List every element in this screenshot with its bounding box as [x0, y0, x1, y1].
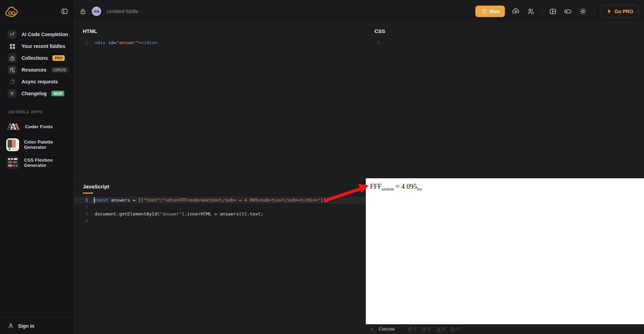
sidebar: AI Code Completion Your recent fiddles [0, 0, 74, 334]
console-label: Console [379, 327, 395, 332]
run-label: Run [490, 9, 499, 14]
layout-icon[interactable] [549, 8, 557, 15]
sidebar-item-async-requests[interactable]: Async requests [0, 76, 74, 88]
sidebar-item-changelog[interactable]: Changelog NEW [0, 88, 74, 99]
console-info-icon [450, 327, 455, 332]
topbar-actions: Run [475, 5, 638, 18]
console-error-icon [408, 327, 412, 332]
ai-code-icon [8, 30, 17, 39]
result-formula: FFFsexton = 4 095tio [370, 182, 644, 192]
console-log-icon [422, 327, 427, 332]
collections-bag-icon [8, 54, 17, 63]
sidebar-nav: AI Code Completion Your recent fiddles [0, 23, 74, 99]
line-number: 1 [74, 39, 88, 46]
sidebar-item-label: Collections [22, 55, 48, 61]
code-line[interactable]: 4 [74, 218, 365, 225]
sidebar-item-label: Your recent fiddles [22, 43, 65, 49]
resources-icon [8, 65, 17, 74]
html-editor[interactable]: 1 <div id="answer"></div> [74, 39, 365, 46]
css-panel-title: CSS [375, 28, 385, 34]
coder-fonts-icon: AAA [6, 122, 20, 131]
run-refresh-icon [481, 8, 487, 14]
code-line[interactable]: 1 [366, 39, 644, 46]
sidebar-item-collections[interactable]: Collections PRO [0, 52, 74, 64]
theme-sun-icon[interactable] [579, 7, 587, 15]
go-pro-label: Go PRO [614, 9, 633, 14]
run-button[interactable]: Run [475, 6, 505, 17]
app-item-css-flexbox-generator[interactable]: CSS Flexbox Generator [0, 154, 74, 172]
code-line[interactable]: 1 const answers = [{"text":"<div>FFF<sub… [74, 197, 365, 204]
fiddle-title-input[interactable] [107, 8, 211, 14]
topbar-divider [594, 7, 594, 16]
go-pro-button[interactable]: Go PRO [601, 5, 638, 18]
person-icon [8, 323, 14, 329]
sidebar-item-label: Changelog [22, 91, 47, 96]
console-log-count: 0 [422, 327, 431, 332]
html-panel: HTML 1 <div id="answer"></div> [74, 23, 366, 178]
code-line[interactable]: 1 <div id="answer"></div> [74, 39, 365, 46]
javascript-editor[interactable]: 1 const answers = [{"text":"<div>FFF<sub… [74, 197, 365, 225]
avatar[interactable]: AN [92, 7, 101, 16]
new-badge: NEW [51, 91, 64, 96]
result-panel: FFFsexton = 4 095tio >_ Console 0 [366, 178, 644, 334]
save-cloud-icon[interactable] [512, 7, 520, 15]
flexbox-icon [6, 156, 19, 169]
pro-badge: PRO [53, 55, 65, 61]
console-info-count: 0 [450, 327, 459, 332]
privacy-lock-icon[interactable] [80, 8, 86, 15]
console-prompt-icon: >_ [371, 327, 375, 332]
sidebar-item-label: Async requests [22, 79, 58, 84]
sidebar-item-label: AI Code Completion [22, 32, 68, 37]
spinner-icon [8, 77, 17, 86]
collaborate-users-icon[interactable] [527, 7, 535, 15]
line-number: 4 [74, 218, 88, 225]
code-line[interactable]: 3 document.getElementById("answer").inne… [74, 211, 365, 218]
sidebar-item-ai-code-completion[interactable]: AI Code Completion [0, 28, 74, 40]
console-bar[interactable]: >_ Console 0 0 [366, 324, 644, 334]
javascript-panel-title: JavaScript [83, 184, 109, 189]
console-error-count: 0 [408, 327, 417, 332]
javascript-panel: JavaScript 1 const answers = [{"text":"<… [74, 178, 366, 334]
console-warning-count: 0 [436, 327, 445, 332]
apps-section-label: JSFIDDLE APPS [8, 110, 74, 114]
code-line[interactable]: 2 [74, 204, 365, 211]
lightning-icon [606, 8, 612, 14]
app-item-coder-fonts[interactable]: AAA Coder Fonts [0, 117, 74, 136]
color-palette-icon [6, 138, 19, 151]
console-warning-icon [436, 327, 441, 332]
sign-in-button[interactable]: Sign in [0, 317, 74, 334]
app-item-label: CSS Flexbox Generator [24, 157, 69, 168]
sidebar-item-recent-fiddles[interactable]: Your recent fiddles [0, 40, 74, 52]
sidebar-toggle-icon[interactable] [61, 8, 68, 15]
topbar: AN Run [74, 0, 644, 23]
grid-icon [8, 42, 17, 51]
jsfiddle-logo[interactable] [4, 5, 19, 18]
editor-grid: HTML 1 <div id="answer"></div> CSS 1 [74, 23, 644, 334]
line-number: 1 [74, 197, 88, 204]
css-editor[interactable]: 1 [366, 39, 644, 46]
css-panel: CSS 1 [366, 23, 644, 178]
sign-in-label: Sign in [18, 323, 34, 329]
cdnjs-badge: CDNJS [51, 67, 68, 73]
line-number: 2 [74, 204, 88, 211]
line-number: 3 [74, 211, 88, 218]
text-cursor [94, 197, 95, 203]
line-number: 1 [366, 39, 380, 46]
topbar-divider [542, 7, 542, 16]
changelog-list-icon [8, 89, 17, 98]
app-item-label: Coder Fonts [25, 124, 53, 129]
toggle-switch-icon[interactable] [564, 7, 572, 16]
sidebar-item-label: Resources [22, 67, 47, 73]
jsfiddle-app: AI Code Completion Your recent fiddles [0, 0, 644, 334]
sidebar-top [0, 0, 74, 23]
html-panel-title: HTML [83, 28, 97, 34]
main-area: AN Run [74, 0, 644, 334]
result-output: FFFsexton = 4 095tio [366, 178, 644, 324]
app-item-color-palette-generator[interactable]: Color Palette Generator [0, 136, 74, 154]
active-tab-indicator [83, 193, 93, 194]
console-counters: 0 0 0 [408, 327, 459, 332]
sidebar-apps: AAA Coder Fonts Color Palette Generator … [0, 117, 74, 172]
sidebar-item-resources[interactable]: Resources CDNJS [0, 64, 74, 76]
app-item-label: Color Palette Generator [24, 139, 69, 150]
